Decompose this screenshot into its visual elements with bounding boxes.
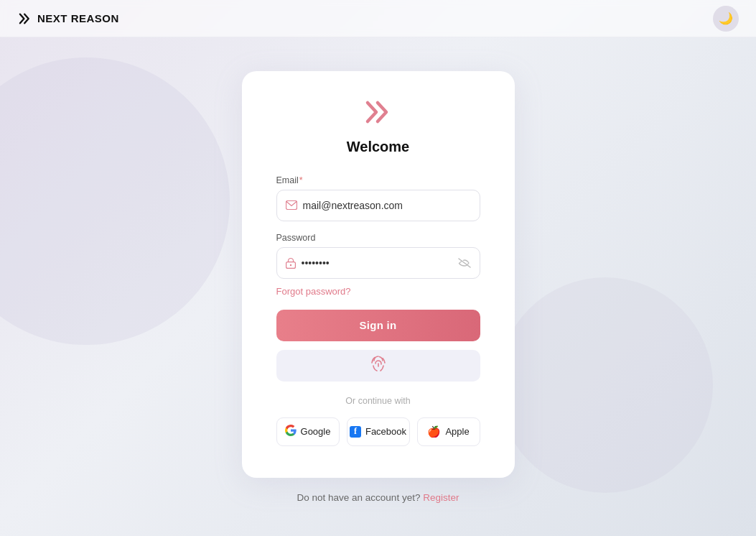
card-title: Welcome <box>347 139 409 155</box>
email-label: Email* <box>276 175 480 185</box>
apple-icon: 🍎 <box>427 425 441 438</box>
logo-icon <box>363 100 393 124</box>
email-icon <box>286 200 297 210</box>
signin-button[interactable]: Sign in <box>276 310 480 341</box>
card-logo <box>363 100 393 127</box>
register-link[interactable]: Register <box>423 492 459 503</box>
brand-chevrons-icon <box>17 11 33 27</box>
password-form-group: Password <box>276 233 480 279</box>
biometric-button[interactable] <box>276 350 480 382</box>
brand-text: NEXT REASON <box>37 12 119 24</box>
lock-icon <box>286 257 296 269</box>
main-content: Welcome Email* Password <box>0 37 756 536</box>
email-input[interactable] <box>303 200 471 211</box>
password-input[interactable] <box>302 257 452 269</box>
fingerprint-icon <box>370 355 387 376</box>
login-card: Welcome Email* Password <box>242 71 515 478</box>
google-label: Google <box>301 426 331 437</box>
toggle-password-icon[interactable] <box>458 258 471 268</box>
facebook-icon: f <box>350 426 361 438</box>
navbar: NEXT REASON 🌙 <box>0 0 756 37</box>
forgot-password-link[interactable]: Forgot password? <box>276 286 351 297</box>
register-text: Do not have an account yet? Register <box>297 492 459 503</box>
moon-icon: 🌙 <box>719 11 733 25</box>
email-input-wrapper <box>276 190 480 221</box>
email-form-group: Email* <box>276 175 480 221</box>
google-icon <box>285 425 297 438</box>
apple-signin-button[interactable]: 🍎 Apple <box>417 417 480 446</box>
dark-mode-button[interactable]: 🌙 <box>713 6 739 32</box>
or-divider: Or continue with <box>345 396 410 406</box>
facebook-label: Facebook <box>365 426 406 437</box>
apple-label: Apple <box>445 426 469 437</box>
password-input-wrapper <box>276 247 480 279</box>
password-label: Password <box>276 233 480 243</box>
svg-point-2 <box>289 264 291 265</box>
google-signin-button[interactable]: Google <box>276 417 340 446</box>
social-buttons: Google f Facebook 🍎 Apple <box>276 417 480 446</box>
facebook-signin-button[interactable]: f Facebook <box>347 417 410 446</box>
brand: NEXT REASON <box>17 11 119 27</box>
